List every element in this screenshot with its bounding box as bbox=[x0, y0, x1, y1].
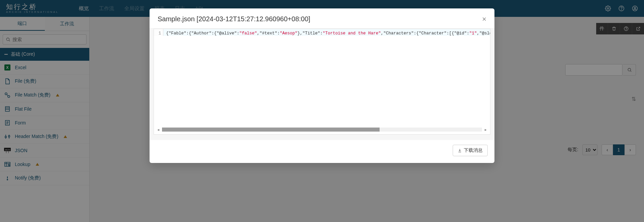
scroll-thumb[interactable] bbox=[162, 128, 380, 132]
download-icon bbox=[458, 148, 462, 152]
download-button[interactable]: 下载消息 bbox=[453, 145, 488, 156]
scroll-left-icon[interactable]: ◄ bbox=[157, 128, 160, 132]
close-icon[interactable]: × bbox=[482, 16, 486, 23]
scroll-right-icon[interactable]: ► bbox=[484, 128, 487, 132]
code-content[interactable]: {"Fable":{"Author":{"@alive":"false","#t… bbox=[163, 29, 490, 36]
modal-title: Sample.json [2024-03-12T15:27:12.960960+… bbox=[158, 15, 310, 23]
modal-dialog: Sample.json [2024-03-12T15:27:12.960960+… bbox=[150, 8, 494, 163]
modal-overlay: Sample.json [2024-03-12T15:27:12.960960+… bbox=[0, 0, 644, 222]
scroll-track[interactable] bbox=[162, 128, 482, 132]
horizontal-scrollbar[interactable]: ◄ ► bbox=[154, 127, 490, 134]
code-editor[interactable]: 1 {"Fable":{"Author":{"@alive":"false","… bbox=[154, 29, 490, 135]
line-number: 1 bbox=[154, 29, 163, 36]
